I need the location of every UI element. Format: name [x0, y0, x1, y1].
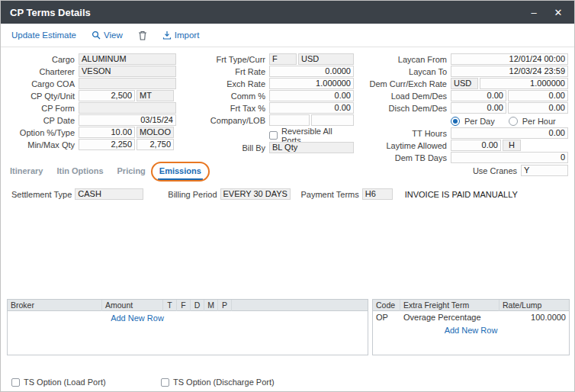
settlement-type-field[interactable]: CASH: [75, 188, 143, 200]
reversible-all-ports-row: Reversible All Ports: [184, 130, 354, 141]
cp-form-row: CP Form: [7, 102, 176, 114]
load-dem-field[interactable]: 0.00: [451, 90, 506, 101]
laytime-allowed-field[interactable]: 0.00: [451, 140, 501, 151]
laytime-allowed-row: Laytime Allowed 0.00 H: [358, 140, 568, 151]
laytime-unit-field[interactable]: H: [503, 140, 521, 151]
exch-rate-row: Exch Rate 1.000000: [184, 78, 354, 89]
disch-des-field[interactable]: 0.00: [508, 102, 568, 114]
view-label: View: [104, 31, 123, 40]
tab-itin-options[interactable]: Itin Options: [55, 165, 104, 178]
cp-date-field[interactable]: 03/15/24: [79, 114, 176, 126]
delete-button[interactable]: [138, 31, 147, 40]
import-button[interactable]: Import: [162, 31, 200, 40]
comm-pct-field[interactable]: 0.00: [269, 90, 354, 101]
table-row[interactable]: OP Overage Percentage 100.0000: [373, 311, 569, 323]
lob-field[interactable]: [311, 114, 354, 126]
per-day-hour-row: Per Day Per Hour: [358, 115, 568, 127]
close-button[interactable]: ✕: [551, 7, 565, 18]
option-type-field[interactable]: MOLOO: [137, 127, 174, 138]
tt-hours-field[interactable]: 0.00: [451, 127, 568, 139]
dem-tb-days-field[interactable]: 0: [451, 152, 568, 163]
broker-add-new-row-link[interactable]: Add New Row: [8, 313, 267, 323]
form-column-left: Cargo ALUMINUM Charterer VESON Cargo COA…: [7, 53, 176, 151]
cp-qty-field[interactable]: 2,500: [79, 90, 135, 101]
ts-option-load-checkbox[interactable]: [11, 378, 20, 387]
tab-itinerary[interactable]: Itinerary: [8, 165, 44, 178]
update-estimate-button[interactable]: Update Estimate: [11, 31, 76, 40]
broker-column-header: Broker: [8, 300, 102, 311]
frt-rate-field[interactable]: 0.0000: [269, 66, 354, 77]
p-column-header: P: [218, 300, 232, 311]
bill-by-field[interactable]: BL Qty: [269, 142, 354, 153]
cp-date-label: CP Date: [7, 116, 77, 125]
frt-curr-field[interactable]: USD: [298, 53, 354, 65]
window-controls: – ✕: [527, 7, 565, 18]
per-day-label: Per Day: [464, 117, 495, 126]
cargo-row: Cargo ALUMINUM: [7, 53, 176, 65]
use-cranes-field[interactable]: Y: [521, 165, 568, 176]
dem-curr-exch-rate-row: Dem Curr/Exch Rate USD 1.000000: [358, 78, 568, 89]
max-qty-field[interactable]: 2,750: [137, 139, 174, 150]
billing-period-field[interactable]: EVERY 30 DAYS: [220, 188, 291, 200]
use-cranes-label: Use Cranes: [358, 166, 519, 175]
exch-rate-label: Exch Rate: [184, 79, 268, 88]
extra-freight-code-cell: OP: [373, 313, 400, 322]
dem-tb-days-label: Dem TB Days: [358, 153, 449, 162]
frt-type-field[interactable]: F: [269, 53, 297, 65]
min-qty-field[interactable]: 2,250: [79, 139, 135, 150]
import-label: Import: [175, 31, 200, 40]
window-title: CP Terms Details: [10, 7, 527, 18]
charterer-field[interactable]: VESON: [79, 66, 176, 77]
reversible-all-ports-checkbox[interactable]: [269, 131, 278, 140]
tt-hours-row: TT Hours 0.00: [358, 127, 568, 139]
company-field[interactable]: [269, 114, 310, 126]
settlement-type-label: Settlement Type: [11, 190, 72, 199]
frt-type-curr-label: Frt Type/Curr: [184, 55, 268, 64]
cp-unit-field[interactable]: MT: [137, 90, 174, 101]
bill-by-row: Bill By BL Qty: [184, 142, 354, 153]
ts-option-discharge-checkbox[interactable]: [161, 378, 169, 387]
cargo-field[interactable]: ALUMINUM: [79, 53, 176, 65]
payment-terms-code-field[interactable]: H6: [362, 188, 393, 200]
title-bar: CP Terms Details – ✕: [1, 1, 574, 24]
tab-emissions[interactable]: Emissions: [158, 165, 203, 180]
laycan-to-field[interactable]: 12/03/24 23:59: [451, 66, 568, 77]
broker-table-header: Broker Amount T F D M P: [8, 300, 368, 311]
cp-form-field[interactable]: [79, 102, 176, 114]
exch-rate-field[interactable]: 1.000000: [269, 78, 354, 89]
payment-terms-label: Payment Terms: [301, 190, 359, 199]
extra-freight-add-new-row-link[interactable]: Add New Row: [373, 326, 569, 335]
frt-tax-pct-field[interactable]: 0.00: [269, 102, 354, 114]
per-hour-radio[interactable]: [509, 117, 518, 126]
load-des-field[interactable]: 0.00: [508, 90, 568, 101]
extra-freight-rate-cell: 100.0000: [500, 313, 569, 322]
ts-option-load-label: TS Option (Load Port): [24, 378, 106, 387]
broker-table: Broker Amount T F D M P Add New Row: [7, 299, 368, 355]
use-cranes-row: Use Cranes Y: [358, 165, 568, 176]
radio-dot: [453, 119, 458, 124]
cp-form-label: CP Form: [7, 104, 77, 113]
comm-pct-label: Comm %: [184, 92, 268, 101]
min-max-qty-row: Min/Max Qty 2,250 2,750: [7, 139, 176, 150]
company-lob-row: Company/LOB: [184, 114, 354, 126]
laycan-from-row: Laycan From 12/01/24 00:00: [358, 53, 568, 65]
laycan-from-field[interactable]: 12/01/24 00:00: [451, 53, 568, 65]
per-day-radio[interactable]: [451, 117, 460, 126]
disch-dem-field[interactable]: 0.00: [451, 102, 506, 114]
minimize-button[interactable]: –: [527, 7, 541, 18]
view-button[interactable]: View: [92, 31, 123, 40]
search-icon: [92, 31, 101, 40]
toolbar: Update Estimate View Import: [1, 24, 574, 47]
cargo-coa-label: Cargo COA: [7, 79, 77, 88]
ts-option-discharge-group: TS Option (Discharge Port): [161, 378, 275, 387]
cargo-coa-field[interactable]: [79, 78, 176, 89]
rate-column-header: Rate/Lump: [500, 300, 569, 311]
tab-pricing[interactable]: Pricing: [116, 165, 147, 178]
option-pct-field[interactable]: 10.00: [79, 127, 135, 138]
min-max-qty-label: Min/Max Qty: [7, 140, 77, 149]
company-lob-label: Company/LOB: [184, 116, 268, 125]
dem-curr-field[interactable]: USD: [451, 78, 478, 89]
cp-date-row: CP Date 03/15/24: [7, 114, 176, 126]
laycan-from-label: Laycan From: [358, 55, 449, 64]
dem-exch-rate-field[interactable]: 1.000000: [480, 78, 568, 89]
